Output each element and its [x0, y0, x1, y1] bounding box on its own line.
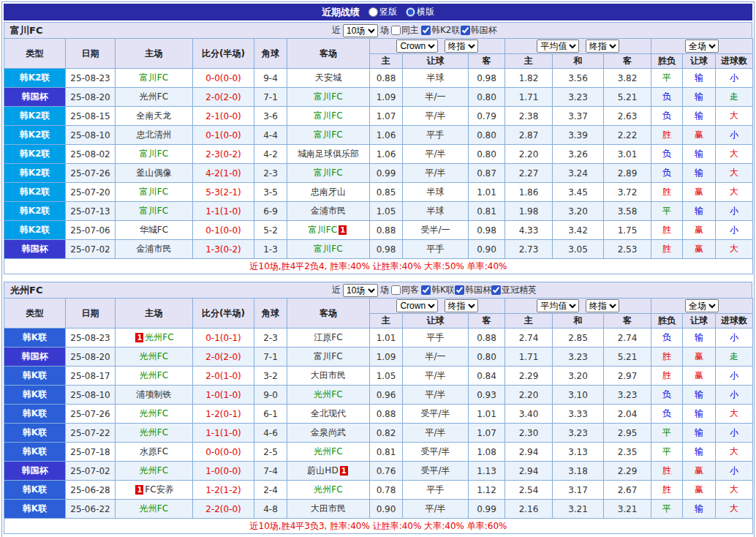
outcome-result-cell: 平	[651, 443, 683, 462]
corner-cell: 3-6	[254, 107, 287, 126]
goals-result-cell: 大	[716, 240, 753, 259]
horizontal-radio-label: 横版	[417, 6, 434, 18]
bookmaker-select[interactable]: Crown	[396, 299, 438, 312]
euro-home-odds-cell: 2.54	[505, 481, 553, 500]
handicap-result-cell: 输	[683, 164, 716, 183]
same-venue-toggle[interactable]: 同主	[391, 24, 419, 37]
match-row: 韩K2联25-08-23富川FC0-0(0-0)9-4天安城0.88半球0.98…	[4, 69, 753, 88]
home-team-cell: 光州FC	[116, 462, 193, 481]
date-cell: 25-08-10	[66, 126, 116, 145]
away-team-name: 江原FC	[314, 332, 342, 342]
horizontal-radio[interactable]	[406, 7, 415, 17]
score-cell: 1-3(0-2)	[193, 240, 254, 259]
away-team-cell: 光州FC	[287, 481, 370, 500]
asian-away-odds-cell: 0.90	[469, 240, 505, 259]
average-select[interactable]: 平均值	[537, 40, 579, 53]
outcome-result-cell: 负	[651, 328, 683, 348]
league-filter-checkbox[interactable]	[421, 285, 431, 295]
handicap-result-cell: 输	[683, 443, 716, 462]
asian-home-odds-cell: 1.09	[370, 348, 403, 367]
final-odds-select[interactable]: 终指	[445, 40, 478, 53]
asian-handicap-cell: 平手	[403, 328, 469, 348]
outcome-result-cell: 平	[651, 69, 683, 88]
col-asian-home: 主	[370, 314, 403, 328]
same-venue-toggle[interactable]: 同客	[391, 284, 419, 296]
handicap-result-cell: 输	[683, 202, 716, 221]
topbar: 近期战绩 竖版 横版	[4, 4, 752, 20]
final-odds-select[interactable]: 终指	[586, 299, 619, 312]
home-team-name: 富川FC	[140, 206, 168, 216]
red-card-badge: 1	[135, 333, 143, 342]
view-option-vertical[interactable]: 竖版	[368, 6, 397, 18]
corner-cell: 2-5	[254, 443, 287, 462]
section-title-bar: 光州FC 近 10场 场 同客 韩K联韩国杯亚冠精英	[4, 282, 752, 298]
average-select[interactable]: 平均值	[537, 299, 579, 312]
date-cell: 25-07-20	[66, 183, 116, 202]
league-filter-toggle[interactable]: 韩国杯	[461, 24, 497, 37]
euro-draw-odds-cell: 3.21	[553, 500, 604, 519]
league-filter-checkbox[interactable]	[455, 285, 464, 295]
league-filter-toggle[interactable]: 韩K2联	[421, 24, 461, 37]
scope-select[interactable]: 全场	[685, 299, 719, 312]
league-filter-checkbox[interactable]	[491, 285, 501, 295]
away-team-cell: 全北现代	[287, 405, 370, 424]
score-cell: 4-2(1-0)	[193, 164, 254, 183]
league-cell: 韩国杯	[4, 88, 66, 107]
col-result-handicap: 让球	[683, 54, 716, 69]
date-cell: 25-08-20	[66, 348, 116, 367]
match-count-select[interactable]: 10场	[343, 24, 378, 37]
date-cell: 25-07-02	[66, 240, 116, 259]
goals-result-cell: 小	[716, 386, 753, 405]
asian-away-odds-cell: 0.80	[469, 88, 505, 107]
final-odds-select[interactable]: 终指	[586, 40, 619, 53]
vertical-radio[interactable]	[368, 7, 378, 17]
goals-result-cell: 大	[716, 145, 753, 164]
league-filter-checkbox[interactable]	[421, 26, 431, 35]
match-row: 韩国杯25-08-20光州FC2-0(2-0)7-1富川FC1.09半/一0.8…	[4, 88, 753, 107]
col-euro-home: 主	[505, 314, 553, 328]
col-asian-handicap: 让球	[403, 54, 469, 69]
outcome-result-cell: 负	[651, 405, 683, 424]
league-filter-toggle[interactable]: 亚冠精英	[491, 284, 537, 296]
scope-select[interactable]: 全场	[685, 40, 719, 53]
date-cell: 25-08-23	[66, 69, 116, 88]
team-name: 富川FC	[4, 24, 332, 37]
summary-row: 近10场,胜4平2负4, 胜率:40% 让胜率:40% 大率:50% 单率:40…	[4, 259, 753, 274]
goals-result-cell: 小	[716, 462, 753, 481]
corner-cell: 6-1	[254, 405, 287, 424]
home-team-cell: 光州FC	[116, 405, 193, 424]
outcome-result-cell: 胜	[651, 367, 683, 386]
handicap-result-cell: 输	[683, 88, 716, 107]
same-venue-checkbox[interactable]	[391, 285, 401, 295]
asian-away-odds-cell: 0.98	[469, 69, 505, 88]
league-cell: 韩K联	[4, 481, 66, 500]
euro-away-odds-cell: 3.21	[604, 500, 651, 519]
col-euro-away: 客	[604, 314, 651, 328]
outcome-result-cell: 负	[651, 164, 683, 183]
col-euro-draw: 和	[553, 54, 604, 69]
asian-away-odds-cell: 1.13	[469, 462, 505, 481]
asian-handicap-cell: 平/半	[403, 107, 469, 126]
euro-away-odds-cell: 2.35	[604, 443, 651, 462]
handicap-result-cell: 赢	[683, 462, 716, 481]
col-score: 比分(半场)	[193, 298, 254, 328]
final-odds-select[interactable]: 终指	[445, 299, 478, 312]
match-count-select[interactable]: 10场	[343, 284, 378, 297]
euro-draw-odds-cell: 3.39	[553, 126, 604, 145]
league-filter-toggle[interactable]: 韩K联	[421, 284, 455, 296]
home-team-cell: 釜山偶像	[116, 164, 193, 183]
view-option-horizontal[interactable]: 横版	[406, 6, 434, 18]
away-team-cell: 江原FC	[287, 328, 370, 348]
euro-home-odds-cell: 4.33	[505, 221, 553, 240]
home-team-cell: 光州FC	[116, 424, 193, 443]
league-filter-toggle[interactable]: 韩国杯	[455, 284, 491, 296]
summary-row: 近10场,胜4平3负3, 胜率:40% 让胜率:40% 大率:40% 单率:60…	[4, 519, 753, 534]
away-team-name: 光州FC	[314, 389, 342, 399]
league-filter-checkbox[interactable]	[461, 26, 470, 35]
date-cell: 25-07-06	[66, 221, 116, 240]
matches-suffix-label: 场	[380, 24, 389, 37]
bookmaker-select[interactable]: Crown	[396, 40, 438, 53]
same-venue-checkbox[interactable]	[391, 26, 401, 35]
corner-cell: 1-3	[254, 240, 287, 259]
euro-away-odds-cell: 2.97	[604, 367, 651, 386]
